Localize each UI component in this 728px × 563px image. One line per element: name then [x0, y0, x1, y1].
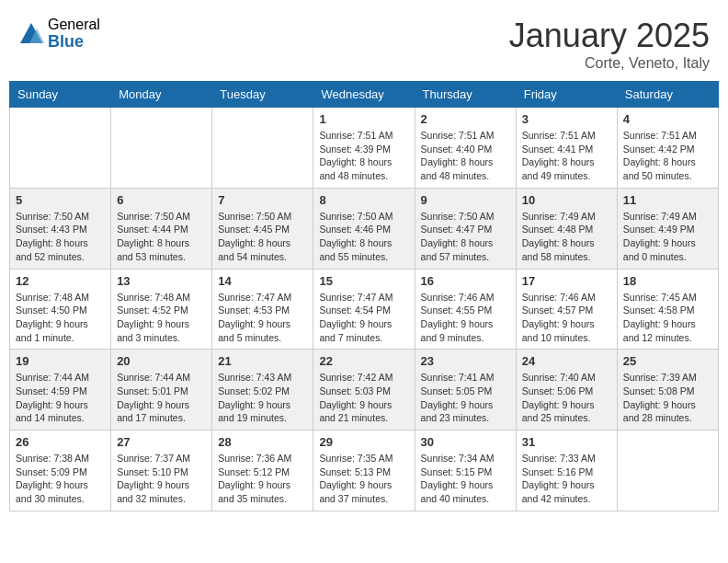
day-number: 4 [623, 112, 712, 126]
day-number: 23 [421, 354, 510, 368]
table-row: 4 Sunrise: 7:51 AMSunset: 4:42 PMDayligh… [617, 108, 718, 189]
logo: General Blue [18, 17, 100, 51]
calendar-week-row: 5 Sunrise: 7:50 AMSunset: 4:43 PMDayligh… [10, 188, 719, 269]
table-row: 21 Sunrise: 7:43 AMSunset: 5:02 PMDaylig… [212, 350, 313, 431]
day-info: Sunrise: 7:50 AMSunset: 4:44 PMDaylight:… [117, 210, 206, 264]
table-row: 31 Sunrise: 7:33 AMSunset: 5:16 PMDaylig… [516, 431, 617, 511]
table-row: 28 Sunrise: 7:36 AMSunset: 5:12 PMDaylig… [212, 431, 313, 511]
day-number: 19 [16, 354, 105, 368]
day-info: Sunrise: 7:33 AMSunset: 5:16 PMDaylight:… [522, 452, 611, 506]
day-number: 26 [16, 435, 105, 449]
day-info: Sunrise: 7:41 AMSunset: 5:05 PMDaylight:… [421, 371, 510, 425]
day-info: Sunrise: 7:36 AMSunset: 5:12 PMDaylight:… [218, 452, 307, 506]
day-number: 8 [319, 193, 408, 207]
table-row: 8 Sunrise: 7:50 AMSunset: 4:46 PMDayligh… [313, 188, 415, 269]
table-row: 12 Sunrise: 7:48 AMSunset: 4:50 PMDaylig… [10, 269, 111, 350]
day-number: 10 [522, 193, 611, 207]
day-number: 14 [218, 274, 307, 288]
day-number: 22 [319, 354, 408, 368]
day-info: Sunrise: 7:50 AMSunset: 4:43 PMDaylight:… [16, 210, 105, 264]
col-saturday: Saturday [617, 82, 718, 108]
day-info: Sunrise: 7:50 AMSunset: 4:47 PMDaylight:… [421, 210, 510, 264]
table-row: 30 Sunrise: 7:34 AMSunset: 5:15 PMDaylig… [415, 431, 516, 511]
table-row: 22 Sunrise: 7:42 AMSunset: 5:03 PMDaylig… [313, 350, 415, 431]
table-row: 20 Sunrise: 7:44 AMSunset: 5:01 PMDaylig… [111, 350, 212, 431]
day-number: 11 [623, 193, 712, 207]
calendar-header-row: Sunday Monday Tuesday Wednesday Thursday… [10, 82, 719, 108]
day-number: 21 [218, 354, 307, 368]
table-row: 24 Sunrise: 7:40 AMSunset: 5:06 PMDaylig… [516, 350, 617, 431]
calendar-week-row: 1 Sunrise: 7:51 AMSunset: 4:39 PMDayligh… [10, 108, 719, 189]
day-info: Sunrise: 7:48 AMSunset: 4:50 PMDaylight:… [16, 291, 105, 345]
day-number: 20 [117, 354, 206, 368]
day-info: Sunrise: 7:47 AMSunset: 4:53 PMDaylight:… [218, 291, 307, 345]
day-info: Sunrise: 7:50 AMSunset: 4:45 PMDaylight:… [218, 210, 307, 264]
calendar-table: Sunday Monday Tuesday Wednesday Thursday… [9, 81, 719, 511]
day-info: Sunrise: 7:38 AMSunset: 5:09 PMDaylight:… [16, 452, 105, 506]
table-row: 18 Sunrise: 7:45 AMSunset: 4:58 PMDaylig… [617, 269, 718, 350]
day-info: Sunrise: 7:37 AMSunset: 5:10 PMDaylight:… [117, 452, 206, 506]
day-info: Sunrise: 7:49 AMSunset: 4:48 PMDaylight:… [522, 210, 611, 264]
day-info: Sunrise: 7:44 AMSunset: 4:59 PMDaylight:… [16, 371, 105, 425]
day-info: Sunrise: 7:48 AMSunset: 4:52 PMDaylight:… [117, 291, 206, 345]
table-row [212, 108, 313, 189]
calendar-week-row: 19 Sunrise: 7:44 AMSunset: 4:59 PMDaylig… [10, 350, 719, 431]
table-row: 7 Sunrise: 7:50 AMSunset: 4:45 PMDayligh… [212, 188, 313, 269]
table-row: 2 Sunrise: 7:51 AMSunset: 4:40 PMDayligh… [415, 108, 516, 189]
day-info: Sunrise: 7:35 AMSunset: 5:13 PMDaylight:… [319, 452, 408, 506]
table-row: 10 Sunrise: 7:49 AMSunset: 4:48 PMDaylig… [516, 188, 617, 269]
table-row: 29 Sunrise: 7:35 AMSunset: 5:13 PMDaylig… [313, 431, 415, 511]
title-section: January 2025 Corte, Veneto, Italy [509, 17, 710, 72]
day-number: 7 [218, 193, 307, 207]
table-row: 27 Sunrise: 7:37 AMSunset: 5:10 PMDaylig… [111, 431, 212, 511]
day-info: Sunrise: 7:51 AMSunset: 4:41 PMDaylight:… [522, 129, 611, 183]
day-number: 27 [117, 435, 206, 449]
location-subtitle: Corte, Veneto, Italy [509, 55, 710, 72]
logo-general: General [48, 17, 100, 33]
table-row: 13 Sunrise: 7:48 AMSunset: 4:52 PMDaylig… [111, 269, 212, 350]
logo-text: General Blue [48, 17, 100, 51]
table-row: 1 Sunrise: 7:51 AMSunset: 4:39 PMDayligh… [313, 108, 415, 189]
day-info: Sunrise: 7:51 AMSunset: 4:39 PMDaylight:… [319, 129, 408, 183]
table-row: 6 Sunrise: 7:50 AMSunset: 4:44 PMDayligh… [111, 188, 212, 269]
calendar-week-row: 26 Sunrise: 7:38 AMSunset: 5:09 PMDaylig… [10, 431, 719, 511]
day-number: 18 [623, 274, 712, 288]
day-number: 25 [623, 354, 712, 368]
day-info: Sunrise: 7:51 AMSunset: 4:40 PMDaylight:… [421, 129, 510, 183]
table-row: 11 Sunrise: 7:49 AMSunset: 4:49 PMDaylig… [617, 188, 718, 269]
day-info: Sunrise: 7:40 AMSunset: 5:06 PMDaylight:… [522, 371, 611, 425]
day-info: Sunrise: 7:50 AMSunset: 4:46 PMDaylight:… [319, 210, 408, 264]
day-info: Sunrise: 7:46 AMSunset: 4:55 PMDaylight:… [421, 291, 510, 345]
col-thursday: Thursday [415, 82, 516, 108]
day-number: 31 [522, 435, 611, 449]
day-number: 5 [16, 193, 105, 207]
day-number: 13 [117, 274, 206, 288]
table-row: 16 Sunrise: 7:46 AMSunset: 4:55 PMDaylig… [415, 269, 516, 350]
day-info: Sunrise: 7:43 AMSunset: 5:02 PMDaylight:… [218, 371, 307, 425]
day-info: Sunrise: 7:45 AMSunset: 4:58 PMDaylight:… [623, 291, 712, 345]
day-number: 29 [319, 435, 408, 449]
day-info: Sunrise: 7:49 AMSunset: 4:49 PMDaylight:… [623, 210, 712, 264]
day-number: 28 [218, 435, 307, 449]
table-row [10, 108, 111, 189]
col-monday: Monday [111, 82, 212, 108]
table-row: 25 Sunrise: 7:39 AMSunset: 5:08 PMDaylig… [617, 350, 718, 431]
table-row: 17 Sunrise: 7:46 AMSunset: 4:57 PMDaylig… [516, 269, 617, 350]
day-info: Sunrise: 7:46 AMSunset: 4:57 PMDaylight:… [522, 291, 611, 345]
day-info: Sunrise: 7:44 AMSunset: 5:01 PMDaylight:… [117, 371, 206, 425]
day-info: Sunrise: 7:51 AMSunset: 4:42 PMDaylight:… [623, 129, 712, 183]
day-number: 12 [16, 274, 105, 288]
table-row: 3 Sunrise: 7:51 AMSunset: 4:41 PMDayligh… [516, 108, 617, 189]
month-year-title: January 2025 [509, 17, 710, 55]
day-info: Sunrise: 7:42 AMSunset: 5:03 PMDaylight:… [319, 371, 408, 425]
day-number: 16 [421, 274, 510, 288]
logo-icon [18, 21, 44, 47]
day-number: 9 [421, 193, 510, 207]
day-number: 1 [319, 112, 408, 126]
day-number: 24 [522, 354, 611, 368]
table-row: 19 Sunrise: 7:44 AMSunset: 4:59 PMDaylig… [10, 350, 111, 431]
col-friday: Friday [516, 82, 617, 108]
col-tuesday: Tuesday [212, 82, 313, 108]
calendar-week-row: 12 Sunrise: 7:48 AMSunset: 4:50 PMDaylig… [10, 269, 719, 350]
day-number: 17 [522, 274, 611, 288]
